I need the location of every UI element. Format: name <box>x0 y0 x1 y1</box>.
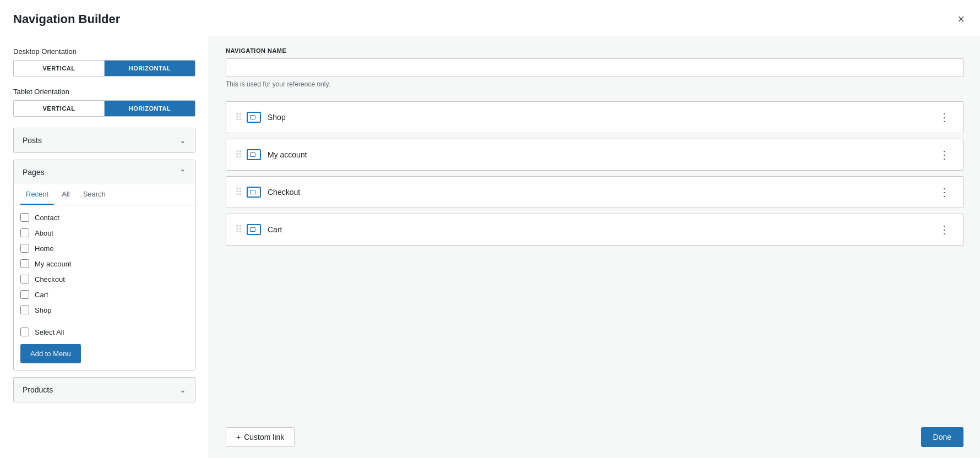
modal-title: Navigation Builder <box>13 12 120 26</box>
desktop-horizontal-button[interactable]: HORIZONTAL <box>105 61 195 76</box>
nav-name-hint: This is used for your reference only. <box>226 80 963 88</box>
posts-chevron-icon: ⌄ <box>179 136 186 145</box>
shop-checkbox[interactable] <box>20 306 29 314</box>
pages-chevron-icon: ⌃ <box>179 168 186 177</box>
home-checkbox[interactable] <box>20 244 29 253</box>
drag-handle-icon[interactable]: ⠿ <box>235 111 241 123</box>
right-footer: + Custom link Done <box>226 418 963 447</box>
select-all-checkbox[interactable] <box>20 328 29 336</box>
right-panel: NAVIGATION NAME This is used for your re… <box>209 36 980 458</box>
done-button[interactable]: Done <box>921 427 963 447</box>
menu-item-name: Cart <box>268 225 934 234</box>
add-to-menu-button[interactable]: Add to Menu <box>20 344 81 363</box>
drag-handle-icon[interactable]: ⠿ <box>235 223 241 236</box>
products-accordion-title: Products <box>23 385 53 394</box>
list-item: Home <box>20 241 188 256</box>
menu-item-name: Checkout <box>268 188 934 197</box>
pages-list: Contact About Home My account <box>14 205 195 322</box>
home-label: Home <box>35 244 54 253</box>
myaccount-checkbox[interactable] <box>20 259 29 268</box>
more-options-button[interactable]: ⋮ <box>934 147 954 162</box>
pages-accordion-header[interactable]: Pages ⌃ <box>14 160 195 184</box>
cart-label: Cart <box>35 291 48 299</box>
drag-handle-icon[interactable]: ⠿ <box>235 186 241 198</box>
list-item: Contact <box>20 210 188 225</box>
desktop-vertical-button[interactable]: VERTICAL <box>14 61 105 76</box>
myaccount-label: My account <box>35 260 71 268</box>
table-row: ⠿ Checkout ⋮ <box>226 176 963 208</box>
modal-body: Desktop Orientation VERTICAL HORIZONTAL … <box>0 36 980 458</box>
list-item: About <box>20 225 188 241</box>
products-accordion: Products ⌄ <box>13 377 195 402</box>
pages-tabs-row: Recent All Search <box>14 184 195 205</box>
menu-item-icon <box>247 112 261 123</box>
desktop-orientation-buttons: VERTICAL HORIZONTAL <box>13 60 195 77</box>
table-row: ⠿ Shop ⋮ <box>226 101 963 133</box>
tablet-vertical-button[interactable]: VERTICAL <box>14 101 105 116</box>
list-item: Cart <box>20 287 188 302</box>
contact-label: Contact <box>35 214 59 222</box>
pages-accordion: Pages ⌃ Recent All Search Contact <box>13 160 195 370</box>
menu-item-name: My account <box>268 150 934 159</box>
desktop-orientation-label: Desktop Orientation <box>13 47 195 56</box>
table-row: ⠿ My account ⋮ <box>226 139 963 171</box>
list-item: Checkout <box>20 271 188 287</box>
tablet-horizontal-button[interactable]: HORIZONTAL <box>105 101 195 116</box>
drag-handle-icon[interactable]: ⠿ <box>235 149 241 161</box>
tablet-orientation-buttons: VERTICAL HORIZONTAL <box>13 100 195 117</box>
tablet-orientation-label: Tablet Orientation <box>13 88 195 96</box>
tab-all[interactable]: All <box>56 184 75 205</box>
navigation-builder-modal: Navigation Builder × Desktop Orientation… <box>0 0 980 458</box>
left-panel: Desktop Orientation VERTICAL HORIZONTAL … <box>0 36 209 458</box>
contact-checkbox[interactable] <box>20 213 29 222</box>
nav-name-label: NAVIGATION NAME <box>226 47 963 54</box>
plus-icon: + <box>236 433 241 441</box>
nav-name-section: NAVIGATION NAME This is used for your re… <box>226 47 963 88</box>
menu-item-icon <box>247 224 261 235</box>
checkout-checkbox[interactable] <box>20 275 29 283</box>
posts-accordion-header[interactable]: Posts ⌄ <box>14 128 195 152</box>
products-chevron-icon: ⌄ <box>179 385 186 394</box>
products-accordion-header[interactable]: Products ⌄ <box>14 378 195 402</box>
nav-name-input[interactable] <box>226 58 963 77</box>
table-row: ⠿ Cart ⋮ <box>226 214 963 246</box>
desktop-orientation-section: Desktop Orientation VERTICAL HORIZONTAL <box>13 47 195 77</box>
menu-item-name: Shop <box>268 113 934 122</box>
pages-accordion-content: Recent All Search Contact About <box>14 184 195 370</box>
custom-link-label: Custom link <box>244 433 284 441</box>
menu-items-list: ⠿ Shop ⋮ ⠿ My account ⋮ ⠿ Checkout ⋮ <box>226 101 963 407</box>
list-item: My account <box>20 256 188 271</box>
list-item: Shop <box>20 302 188 318</box>
close-button[interactable]: × <box>955 11 967 28</box>
select-all-label: Select All <box>35 328 64 336</box>
cart-checkbox[interactable] <box>20 290 29 299</box>
modal-header: Navigation Builder × <box>0 0 980 36</box>
about-checkbox[interactable] <box>20 228 29 237</box>
tab-recent[interactable]: Recent <box>20 184 54 205</box>
more-options-button[interactable]: ⋮ <box>934 222 954 237</box>
more-options-button[interactable]: ⋮ <box>934 184 954 200</box>
select-all-row: Select All <box>20 322 188 344</box>
menu-item-icon <box>247 187 261 198</box>
posts-accordion: Posts ⌄ <box>13 128 195 153</box>
pages-accordion-title: Pages <box>23 168 45 177</box>
custom-link-button[interactable]: + Custom link <box>226 427 295 447</box>
tab-search[interactable]: Search <box>78 184 111 205</box>
checkout-label: Checkout <box>35 275 65 283</box>
menu-item-icon <box>247 149 261 160</box>
tablet-orientation-section: Tablet Orientation VERTICAL HORIZONTAL <box>13 88 195 117</box>
about-label: About <box>35 229 53 237</box>
shop-label: Shop <box>35 306 51 314</box>
pages-footer: Select All Add to Menu <box>14 322 195 370</box>
more-options-button[interactable]: ⋮ <box>934 110 954 125</box>
posts-accordion-title: Posts <box>23 136 42 145</box>
